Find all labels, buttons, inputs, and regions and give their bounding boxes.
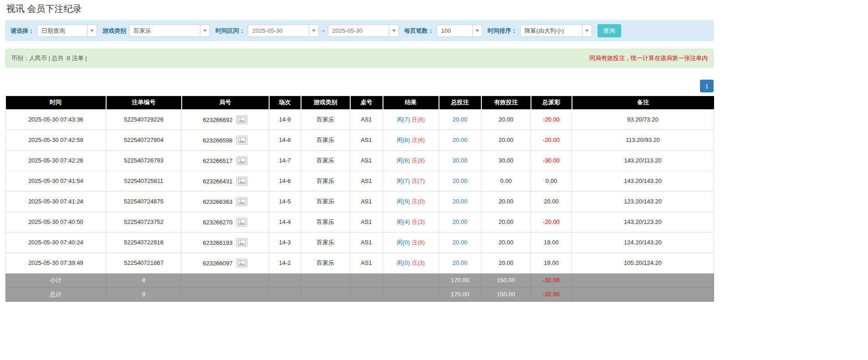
cell-valid-bet: 20.00 [481, 130, 531, 150]
total-row-cell: 170.00 [439, 287, 481, 301]
column-header: 局号 [182, 96, 269, 109]
query-type-label: 请选择： [10, 27, 34, 35]
chevron-down-icon[interactable] [582, 25, 592, 36]
cell-bet-id: 522540725811 [106, 171, 182, 191]
cell-table-no: AS1 [350, 171, 383, 191]
cell-result: 闲(9)庄(0) [383, 191, 439, 212]
game-category-dropdown[interactable]: 百家乐 [129, 25, 210, 37]
round-id-text: 623266097 [203, 259, 232, 266]
chevron-down-icon[interactable] [472, 25, 482, 36]
result-image-icon[interactable] [236, 156, 248, 165]
cell-result: 闲(0)庄(3) [383, 253, 439, 273]
table-row: 2025-05-30 07:43:36522540729226623266692… [6, 109, 714, 130]
search-button[interactable]: 查询 [597, 24, 621, 37]
time-sort-dropdown[interactable]: 降冪(由大到小) [520, 25, 592, 37]
query-type-dropdown[interactable]: 日期查询 [37, 25, 97, 37]
cell-bet-id: 522540726793 [106, 150, 182, 171]
filter-bar: 请选择： 日期查询 游戏类别 百家乐 时间区间： 2025-05-30 ~ 20… [5, 20, 714, 41]
table-row: 2025-05-30 07:42:26522540726793623266517… [6, 150, 714, 171]
date-to-value: 2025-05-30 [328, 25, 389, 36]
column-header: 有效投注 [481, 96, 531, 109]
cell-table-no: AS1 [350, 130, 383, 150]
result-image-icon[interactable] [236, 218, 248, 227]
chevron-down-icon[interactable] [87, 25, 97, 36]
pagination: 1 [5, 80, 714, 92]
total-bet-link[interactable]: 20.00 [453, 239, 468, 246]
subtotal-row-cell [269, 273, 301, 287]
result-image-icon[interactable] [236, 136, 248, 145]
cell-total-bet: 20.00 [439, 171, 481, 191]
table-header-row: 时间注单编号局号场次游戏类别桌号结果总投注有效投注总派彩备注 [6, 96, 714, 109]
result-player: 闲(4) [397, 218, 410, 225]
chevron-down-icon[interactable] [200, 25, 209, 36]
cell-time: 2025-05-30 07:41:24 [6, 191, 106, 212]
result-image-icon[interactable] [236, 197, 248, 206]
cell-table-no: AS1 [350, 150, 383, 171]
cell-game: 百家乐 [301, 109, 350, 130]
total-bet-link[interactable]: 20.00 [453, 177, 468, 184]
total-bet-link[interactable]: 20.00 [453, 116, 468, 123]
subtotal-row-cell: 8 [106, 273, 182, 287]
total-bet-link[interactable]: 30.00 [453, 157, 468, 164]
page: 视讯 会员下注纪录 请选择： 日期查询 游戏类别 百家乐 时间区间： 2025-… [0, 3, 868, 302]
cell-payout: -20.00 [531, 109, 572, 130]
cell-total-bet: 20.00 [439, 232, 481, 253]
cell-result: 闲(8)庄(6) [383, 130, 439, 150]
column-header: 场次 [269, 96, 301, 109]
chevron-down-icon[interactable] [309, 25, 318, 36]
cell-valid-bet: 20.00 [481, 232, 531, 253]
result-image-icon[interactable] [236, 115, 248, 124]
cell-table-no: AS1 [350, 212, 383, 232]
column-header: 结果 [383, 96, 439, 109]
total-bet-link[interactable]: 20.00 [453, 137, 468, 143]
total-row-cell [269, 287, 301, 301]
result-banker: 庄(6) [412, 116, 425, 123]
cell-remark: 113.20/93.20 [572, 130, 714, 150]
result-image-icon[interactable] [236, 259, 248, 268]
total-row-cell: -32.00 [531, 287, 572, 301]
date-from-picker[interactable]: 2025-05-30 [248, 25, 319, 37]
currency-summary-text: 币别：人民币 | 总共 :8 注单 | [11, 54, 87, 62]
date-from-value: 2025-05-30 [248, 25, 309, 36]
total-row-cell [301, 287, 350, 301]
cell-session: 14-5 [269, 191, 301, 212]
result-banker: 庄(6) [412, 137, 425, 143]
result-image-icon[interactable] [236, 238, 248, 247]
cell-payout: -20.00 [531, 130, 572, 150]
time-sort-value: 降冪(由大到小) [521, 25, 582, 36]
per-page-dropdown[interactable]: 100 [437, 25, 482, 37]
summary-bar: 币别：人民币 | 总共 :8 注单 | 同局有效投注，统一计算在该局第一张注单内 [5, 49, 714, 68]
chevron-down-icon[interactable] [389, 25, 398, 36]
cell-bet-id: 522540721867 [106, 253, 182, 273]
query-type-value: 日期查询 [37, 25, 87, 36]
total-bet-link[interactable]: 20.00 [453, 198, 468, 205]
total-bet-link[interactable]: 20.00 [453, 259, 468, 266]
per-page-label: 每页笔数： [404, 27, 434, 35]
round-id-text: 623266431 [203, 177, 232, 184]
result-player: 闲(6) [397, 157, 410, 164]
bet-records-table: 时间注单编号局号场次游戏类别桌号结果总投注有效投注总派彩备注 2025-05-3… [5, 96, 714, 302]
cell-time: 2025-05-30 07:42:59 [6, 130, 106, 150]
cell-game: 百家乐 [301, 232, 350, 253]
cell-valid-bet: 20.00 [481, 212, 531, 232]
time-sort-label: 时间排序： [488, 27, 517, 35]
page-button-1[interactable]: 1 [700, 80, 714, 92]
game-category-value: 百家乐 [129, 25, 200, 36]
cell-remark: 123.20/143.20 [572, 191, 714, 212]
page-title: 视讯 会员下注纪录 [6, 3, 868, 15]
cell-total-bet: 20.00 [439, 130, 481, 150]
cell-session: 14-9 [269, 109, 301, 130]
date-to-picker[interactable]: 2025-05-30 [328, 25, 399, 37]
cell-payout: 19.00 [531, 232, 572, 253]
cell-result: 闲(0)庄(8) [383, 232, 439, 253]
time-range-label: 时间区间： [215, 27, 245, 35]
cell-table-no: AS1 [350, 253, 383, 273]
cell-game: 百家乐 [301, 212, 350, 232]
result-image-icon[interactable] [236, 177, 248, 186]
column-header: 备注 [572, 96, 714, 109]
total-row-cell: 150.00 [481, 287, 531, 301]
cell-result: 闲(4)庄(3) [383, 212, 439, 232]
cell-valid-bet: 30.00 [481, 150, 531, 171]
total-bet-link[interactable]: 20.00 [453, 218, 468, 225]
cell-valid-bet: 20.00 [481, 109, 531, 130]
